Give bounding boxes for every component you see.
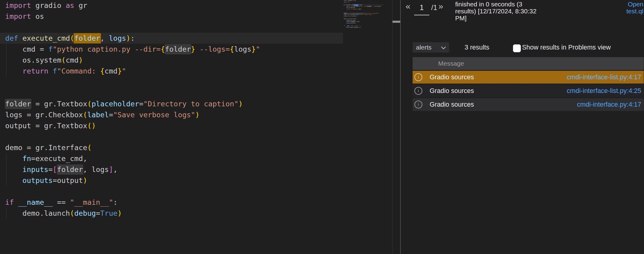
problems-view-checkbox-label[interactable]: Show results in Problems view (522, 44, 611, 51)
result-row[interactable]: i Gradio sources cmdi-interface.py:4:17 (413, 98, 644, 111)
status-line: PM] (455, 15, 536, 22)
minimap-code: import gradio as grimport osdef execute_… (343, 0, 383, 28)
info-icon: i (414, 101, 422, 108)
results-table: Message i Gradio sources cmdi-interface-… (413, 57, 644, 111)
result-location-link[interactable]: cmdi-interface-list.py:4:17 (567, 74, 641, 81)
result-message: Gradio sources (430, 87, 474, 95)
code-line: demo.launch(debug=True) (343, 27, 383, 28)
result-row[interactable]: i Gradio sources cmdi-interface-list.py:… (413, 71, 644, 84)
overview-ruler-mark (393, 21, 400, 23)
results-filter-select[interactable]: alerts (413, 42, 449, 53)
message-column-header: Message (438, 57, 464, 70)
chevron-down-icon (441, 45, 446, 50)
problems-view-checkbox[interactable] (513, 44, 521, 52)
code-line (0, 77, 343, 88)
code-line: logs = gr.Checkbox(label="Save verbose l… (0, 109, 343, 120)
page-total-label: /1 (431, 3, 437, 12)
code-line: cmd = f"python caption.py --dir={folder}… (0, 44, 343, 55)
results-filter-value: alerts (416, 42, 431, 53)
status-line: finished in 0 seconds (3 (455, 1, 536, 8)
open-link-line[interactable]: Open (626, 1, 643, 8)
code-line: def execute_cmd(folder, logs): (0, 33, 343, 44)
info-icon: i (414, 87, 422, 95)
indent-guide (6, 153, 6, 186)
query-status-text: finished in 0 seconds (3 results) [12/17… (455, 1, 536, 22)
code-line: import os (0, 11, 343, 22)
open-query-link[interactable]: Open test.ql (626, 1, 643, 15)
code-line: output = gr.Textbox() (0, 120, 343, 131)
code-line (0, 131, 343, 142)
code-line: outputs=output) (0, 175, 343, 186)
code-editor[interactable]: import gradio as grimport osdef execute_… (0, 0, 392, 254)
open-link-line[interactable]: test.ql (626, 8, 643, 15)
query-results-panel: « 1 /1 » finished in 0 seconds (3 result… (401, 0, 644, 254)
code-line: fn=execute_cmd, (0, 153, 343, 164)
result-message: Gradio sources (430, 74, 474, 81)
code-line: return f"Command: {cmd}" (0, 66, 343, 77)
code-content[interactable]: import gradio as grimport osdef execute_… (0, 0, 343, 219)
minimap[interactable]: import gradio as grimport osdef execute_… (343, 0, 383, 39)
table-header: Message (413, 57, 644, 70)
prev-result-button[interactable]: « (406, 2, 410, 11)
indent-guide (6, 208, 6, 219)
code-line: if __name__ == "__main__": (0, 197, 343, 208)
code-line: demo.launch(debug=True) (0, 208, 343, 219)
code-line: import gradio as gr (0, 0, 343, 11)
status-line: results) [12/17/2024, 8:30:32 (455, 8, 536, 15)
code-line (0, 186, 343, 197)
code-line (0, 22, 343, 33)
next-result-button[interactable]: » (438, 2, 443, 11)
minimap-selection-mark (354, 4, 358, 6)
vscode-window: import gradio as grimport osdef execute_… (0, 0, 644, 254)
page-number-input[interactable]: 1 (414, 1, 429, 15)
code-line: folder = gr.Textbox(placeholder="Directo… (0, 98, 343, 109)
code-line: os.system(cmd) (0, 55, 343, 66)
info-icon: i (414, 73, 422, 81)
results-count-label: 3 results (465, 44, 489, 51)
result-message: Gradio sources (430, 101, 474, 108)
editor-border (392, 0, 393, 254)
code-line: inputs=[folder, logs], (0, 164, 343, 175)
code-line: demo = gr.Interface( (0, 142, 343, 153)
indent-guide (6, 44, 6, 77)
code-line (0, 88, 343, 98)
result-location-link[interactable]: cmdi-interface-list.py:4:25 (567, 87, 641, 95)
result-row[interactable]: i Gradio sources cmdi-interface-list.py:… (413, 84, 644, 97)
result-location-link[interactable]: cmdi-interface.py:4:17 (577, 101, 641, 108)
